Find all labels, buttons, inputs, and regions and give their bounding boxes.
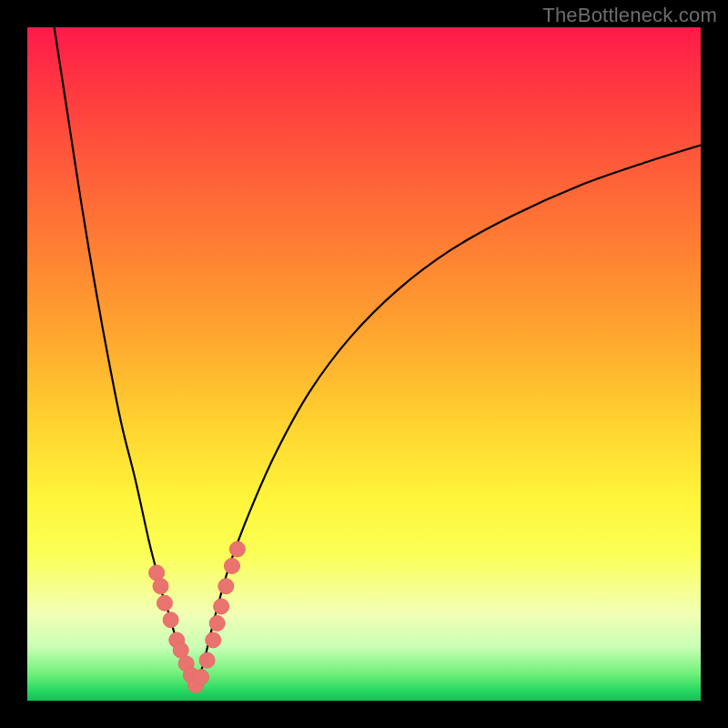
highlight-dot	[209, 615, 225, 631]
highlight-dot	[206, 632, 221, 648]
highlight-dot	[224, 559, 239, 574]
watermark-text: TheBottleneck.com	[542, 4, 717, 27]
curve-left-branch	[55, 27, 195, 687]
highlight-dot	[229, 541, 245, 557]
curve-right-branch	[195, 146, 701, 688]
highlight-dot	[199, 652, 215, 668]
highlight-dot	[193, 670, 208, 685]
highlight-dot	[163, 612, 178, 628]
highlight-dot	[214, 599, 229, 614]
highlight-dot	[153, 579, 168, 594]
highlight-dots	[149, 541, 246, 693]
highlight-dot	[218, 579, 234, 594]
chart-frame	[27, 27, 701, 701]
bottleneck-curve-plot	[27, 27, 701, 701]
highlight-dot	[157, 595, 172, 611]
